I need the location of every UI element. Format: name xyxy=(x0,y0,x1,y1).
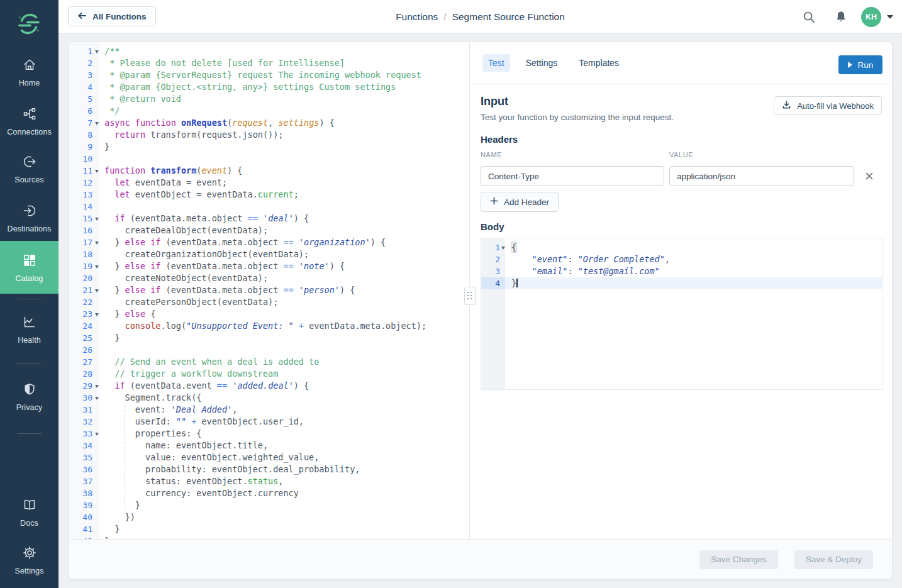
code-fold-icon[interactable] xyxy=(95,50,99,53)
save-deploy-button[interactable]: Save & Deploy xyxy=(794,550,873,569)
sidebar-item-docs[interactable]: Docs xyxy=(0,498,58,528)
sidebar-item-sources[interactable]: Sources xyxy=(0,155,58,185)
code-line[interactable]: 15 if (eventData.meta.object == 'deal') … xyxy=(69,213,469,225)
autofill-webhook-button[interactable]: Auto-fill via Webhook xyxy=(774,96,882,115)
chevron-down-icon[interactable] xyxy=(887,15,893,19)
code-line[interactable]: 7async function onRequest(request, setti… xyxy=(69,117,469,129)
sidebar-item-label: Sources xyxy=(14,175,44,184)
header-name-input[interactable] xyxy=(481,166,664,186)
code-fold-icon[interactable] xyxy=(95,265,99,269)
code-line[interactable]: 8 return transform(request.json()); xyxy=(69,129,469,141)
code-line[interactable]: 31 event: 'Deal Added', xyxy=(69,404,469,416)
line-number: 34 xyxy=(69,440,92,452)
code-fold-icon[interactable] xyxy=(95,385,99,388)
avatar[interactable]: KH xyxy=(861,7,881,27)
sidebar-item-connections[interactable]: Connections xyxy=(0,107,58,137)
code-fold-icon[interactable] xyxy=(95,289,99,292)
line-number: 16 xyxy=(69,225,92,236)
code-fold-icon[interactable] xyxy=(501,247,505,250)
code-line[interactable]: 10 xyxy=(69,153,469,165)
code-line[interactable]: 41 } xyxy=(69,523,469,535)
code-line[interactable]: 2 * Please do not delete [used for Intel… xyxy=(69,57,469,69)
sidebar-item-privacy[interactable]: Privacy xyxy=(0,382,58,413)
tab-templates[interactable]: Templates xyxy=(573,54,625,72)
code-line[interactable]: 13 let eventObject = eventData.current; xyxy=(69,189,469,201)
code-line[interactable]: 4} xyxy=(481,277,882,289)
code-line[interactable]: 35 value: eventObject.weighted_value, xyxy=(69,452,469,463)
code-line[interactable]: 12 let eventData = event; xyxy=(69,177,469,189)
code-line[interactable]: 20 createNoteObject(eventData); xyxy=(69,272,469,284)
sources-icon xyxy=(0,155,58,169)
code-fold-icon[interactable] xyxy=(95,433,99,436)
code-line[interactable]: 26 xyxy=(69,344,469,356)
code-fold-icon[interactable] xyxy=(95,122,99,125)
code-line[interactable]: 9} xyxy=(69,141,469,153)
code-line[interactable]: 6 */ xyxy=(69,105,469,117)
sidebar-item-destinations[interactable]: Destinations xyxy=(0,204,58,234)
code-line[interactable]: 39 } xyxy=(69,499,469,511)
run-button[interactable]: Run xyxy=(838,55,883,74)
test-panel: TestSettingsTemplates Run Input Test you… xyxy=(470,42,892,539)
code-line[interactable]: 2 "event": "Order Completed", xyxy=(481,253,882,265)
segment-logo-icon[interactable] xyxy=(15,10,43,38)
code-line[interactable]: 14 xyxy=(69,201,469,213)
code-fold-icon[interactable] xyxy=(95,241,99,245)
code-line[interactable]: 29 if (eventData.event == 'added.deal') … xyxy=(69,380,469,392)
line-number: 26 xyxy=(69,344,92,356)
topbar: All Functions Functions / Segment Source… xyxy=(58,0,902,34)
code-line[interactable]: 28 // trigger a workflow downstream xyxy=(69,368,469,380)
pane-resize-handle[interactable] xyxy=(464,287,476,305)
code-line[interactable]: 32 userId: "" + eventObject.user_id, xyxy=(69,416,469,428)
breadcrumb-current: Segment Source Function xyxy=(452,11,565,23)
code-line[interactable]: 27 // Send an event when a deal is added… xyxy=(69,356,469,368)
code-line[interactable]: 1/** xyxy=(69,45,469,57)
tab-test[interactable]: Test xyxy=(482,54,510,72)
breadcrumb-section[interactable]: Functions xyxy=(396,11,438,23)
breadcrumb-separator: / xyxy=(443,11,446,23)
sidebar-item-home[interactable]: Home xyxy=(0,58,58,88)
sidebar-item-settings[interactable]: Settings xyxy=(0,546,58,576)
tab-settings[interactable]: Settings xyxy=(520,54,564,72)
code-line[interactable]: 23 } else { xyxy=(69,308,469,320)
code-line[interactable]: 19 } else if (eventData.meta.object == '… xyxy=(69,260,469,272)
code-line[interactable]: 25 } xyxy=(69,332,469,344)
all-functions-button[interactable]: All Functions xyxy=(68,6,156,26)
code-line[interactable]: 5 * @return void xyxy=(69,93,469,105)
code-line[interactable]: 24 console.log("Unsupported Event: " + e… xyxy=(69,320,469,332)
code-line[interactable]: 34 name: eventObject.title, xyxy=(69,440,469,452)
code-line[interactable]: 17 } else if (eventData.meta.object == '… xyxy=(69,236,469,248)
remove-header-icon[interactable] xyxy=(863,170,876,182)
code-line[interactable]: 4 * @param {Object.<string, any>} settin… xyxy=(69,81,469,93)
code-fold-icon[interactable] xyxy=(95,218,99,221)
code-line[interactable]: 40 }) xyxy=(69,511,469,523)
code-line[interactable]: 37 status: eventObject.status, xyxy=(69,475,469,487)
code-fold-icon[interactable] xyxy=(95,397,99,400)
line-number: 40 xyxy=(69,511,92,523)
code-line[interactable]: 21 } else if (eventData.meta.object == '… xyxy=(69,284,469,296)
code-editor[interactable]: 1/**2 * Please do not delete [used for I… xyxy=(69,42,469,539)
indent-guide xyxy=(125,428,125,440)
code-line[interactable]: 11function transform(event) { xyxy=(69,165,469,177)
notifications-bell-icon[interactable] xyxy=(833,9,849,25)
line-number: 5 xyxy=(69,93,92,105)
code-line[interactable]: 3 "email": "test@gmail.com" xyxy=(481,265,882,277)
code-fold-icon[interactable] xyxy=(95,313,99,316)
code-line[interactable]: 38 currency: eventObject.currency xyxy=(69,487,469,499)
sidebar-item-health[interactable]: Health xyxy=(0,315,58,345)
connections-icon xyxy=(0,107,58,121)
add-header-button[interactable]: Add Header xyxy=(481,192,559,212)
code-line[interactable]: 22 createPersonObject(eventData); xyxy=(69,296,469,308)
code-line[interactable]: 30 Segment.track({ xyxy=(69,392,469,404)
sidebar-item-catalog[interactable]: Catalog xyxy=(0,241,58,294)
code-line[interactable]: 18 createOrganizationObject(eventData); xyxy=(69,248,469,260)
code-line[interactable]: 16 createDealObject(eventData); xyxy=(69,225,469,236)
code-line[interactable]: 1{ xyxy=(481,241,882,253)
code-fold-icon[interactable] xyxy=(95,170,99,173)
search-icon[interactable] xyxy=(801,9,816,25)
code-line[interactable]: 36 probability: eventObject.deal_probabi… xyxy=(69,463,469,475)
code-line[interactable]: 33 properties: { xyxy=(69,428,469,440)
header-value-input[interactable] xyxy=(669,166,854,186)
body-json-editor[interactable]: 1{2 "event": "Order Completed",3 "email"… xyxy=(481,238,883,390)
code-line[interactable]: 3 * @param {ServerRequest} request The i… xyxy=(69,69,469,81)
save-changes-button[interactable]: Save Changes xyxy=(699,550,778,569)
